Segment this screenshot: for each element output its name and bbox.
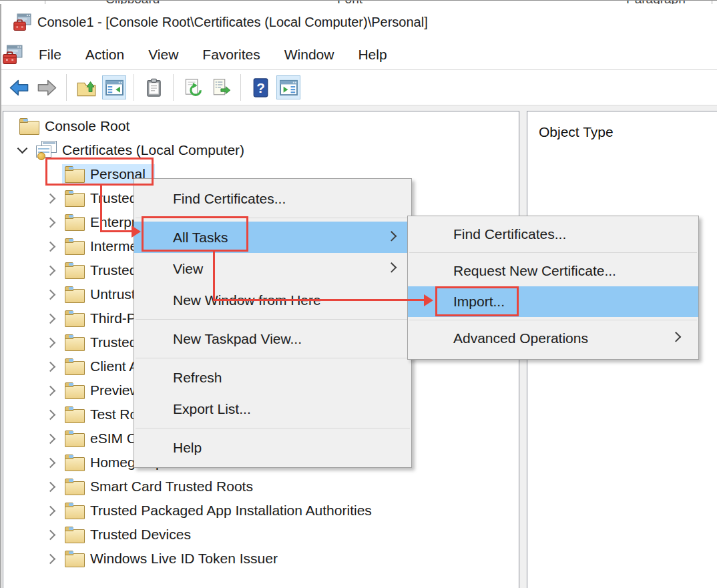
chevron-glyph: [45, 481, 55, 492]
menu-item-find-certificates[interactable]: Find Certificates...: [408, 219, 698, 250]
all-tasks-submenu: Find Certificates...Request New Certific…: [407, 216, 699, 360]
chevron-right-icon[interactable]: [41, 363, 62, 370]
show-action-pane-button[interactable]: [276, 75, 300, 99]
menu-item-import[interactable]: Import...: [408, 286, 698, 317]
tree-item-label: Certificates (Local Computer): [62, 142, 244, 158]
toolbar-separator: [66, 74, 67, 101]
submenu-arrow-icon: [387, 262, 397, 273]
chevron-glyph: [45, 409, 55, 420]
certificates-snapin-icon: [34, 141, 57, 160]
menu-help[interactable]: Help: [346, 47, 399, 63]
menu-item-label: New Window from Here: [173, 292, 321, 308]
chevron-right-icon[interactable]: [41, 531, 62, 539]
chevron-glyph: [45, 313, 55, 324]
folder-icon: [65, 430, 85, 447]
menu-separator: [409, 252, 697, 253]
menu-item-label: Help: [173, 440, 202, 456]
menu-item-view[interactable]: View: [134, 253, 411, 284]
up-one-level-icon: [77, 78, 96, 97]
chevron-down-icon[interactable]: [13, 148, 31, 152]
menu-item-new-window-from-here[interactable]: New Window from Here: [134, 284, 411, 316]
chevron-right-icon[interactable]: [41, 483, 62, 491]
tree-item-body: Console Root: [17, 116, 139, 137]
menu-item-refresh[interactable]: Refresh: [134, 362, 411, 393]
menu-view[interactable]: View: [136, 47, 190, 63]
tree-item-label: Console Root: [45, 118, 130, 134]
chevron-right-icon[interactable]: [41, 435, 62, 443]
menu-item-all-tasks[interactable]: All Tasks: [134, 222, 411, 253]
menu-item-export-list[interactable]: Export List...: [134, 393, 411, 424]
tree-item-label: Smart Card Trusted Roots: [90, 479, 253, 495]
chevron-glyph: [45, 433, 55, 444]
chevron-right-icon[interactable]: [41, 411, 62, 418]
tree-item-label: Trusted Packaged App Installation Author…: [90, 503, 372, 519]
menu-item-label: All Tasks: [173, 230, 228, 246]
chevron-right-icon[interactable]: [41, 291, 62, 298]
chevron-glyph: [45, 529, 55, 540]
export-list-icon: [212, 78, 231, 97]
submenu-arrow-icon: [671, 332, 682, 342]
menu-item-request-new-certificate[interactable]: Request New Certificate...: [408, 256, 698, 286]
tree-item-windows-live-id-token-issuer[interactable]: Windows Live ID Token Issuer: [3, 547, 519, 571]
menu-item-find-certificates[interactable]: Find Certificates...: [134, 183, 411, 214]
chevron-right-icon[interactable]: [41, 339, 62, 346]
menu-item-label: Refresh: [173, 370, 222, 386]
show-console-tree-button[interactable]: [102, 75, 126, 99]
tree-item-trusted-devices[interactable]: Trusted Devices: [3, 523, 519, 547]
menu-item-new-taskpad-view[interactable]: New Taskpad View...: [134, 323, 411, 354]
folder-icon: [19, 118, 39, 135]
tree-item-certificates-local-computer[interactable]: Certificates (Local Computer): [3, 138, 519, 162]
menu-item-label: Request New Certificate...: [453, 263, 616, 279]
menu-action[interactable]: Action: [73, 47, 136, 63]
chevron-right-icon[interactable]: [41, 387, 62, 394]
tree-item-label: Trusted Devices: [90, 527, 191, 543]
tree-item-body: Trusted Packaged App Installation Author…: [62, 501, 381, 521]
up-one-level-button[interactable]: [74, 75, 98, 99]
folder-icon: [65, 455, 85, 471]
chevron-right-icon[interactable]: [41, 195, 62, 202]
toolbar-separator: [134, 74, 134, 101]
menu-window[interactable]: Window: [272, 47, 346, 63]
chevron-right-icon[interactable]: [41, 243, 62, 250]
chevron-right-icon[interactable]: [41, 267, 62, 274]
menu-item-advanced-operations[interactable]: Advanced Operations: [408, 323, 698, 354]
menu-favorites[interactable]: Favorites: [190, 47, 272, 63]
menu-separator: [136, 218, 410, 218]
svg-text:?: ?: [256, 79, 265, 95]
chevron-right-icon[interactable]: [41, 507, 62, 515]
chevron-right-icon[interactable]: [41, 219, 62, 226]
toolbar-separator: [173, 74, 174, 101]
toolbar: ?: [1, 70, 717, 105]
tree-item-trusted-packaged-app-installation-authorities[interactable]: Trusted Packaged App Installation Author…: [3, 499, 519, 523]
tree-item-console-root[interactable]: Console Root: [3, 114, 519, 138]
menu-separator: [136, 428, 410, 428]
forward-button[interactable]: [35, 75, 59, 99]
refresh-button[interactable]: [181, 75, 205, 99]
console-window-icon[interactable]: [3, 45, 23, 65]
chevron-right-icon[interactable]: [41, 315, 62, 322]
title-bar: Console1 - [Console Root\Certificates (L…: [1, 4, 717, 40]
chevron-glyph: [45, 217, 55, 228]
chevron-right-icon[interactable]: [41, 555, 62, 563]
menu-item-label: Find Certificates...: [453, 226, 566, 242]
folder-icon: [65, 503, 85, 519]
mmc-app-icon: [13, 13, 31, 31]
menu-item-help[interactable]: Help: [134, 432, 411, 463]
show-console-tree-icon: [105, 78, 124, 97]
folder-icon: [65, 334, 85, 351]
refresh-icon: [184, 78, 203, 97]
details-column-header: Object Type: [527, 111, 717, 140]
help-button[interactable]: ?: [248, 75, 272, 99]
folder-icon: [65, 262, 85, 279]
menu-item-label: Import...: [453, 294, 505, 310]
folder-icon: [65, 551, 85, 567]
chevron-glyph: [45, 361, 55, 372]
back-button[interactable]: [7, 75, 31, 99]
chevron-right-icon[interactable]: [41, 459, 62, 467]
clipboard-button[interactable]: [142, 75, 166, 99]
tree-item-smart-card-trusted-roots[interactable]: Smart Card Trusted Roots: [3, 475, 519, 499]
folder-icon: [65, 382, 85, 399]
export-list-button[interactable]: [209, 75, 233, 99]
menu-file[interactable]: File: [27, 47, 73, 63]
help-icon: ?: [251, 78, 270, 97]
